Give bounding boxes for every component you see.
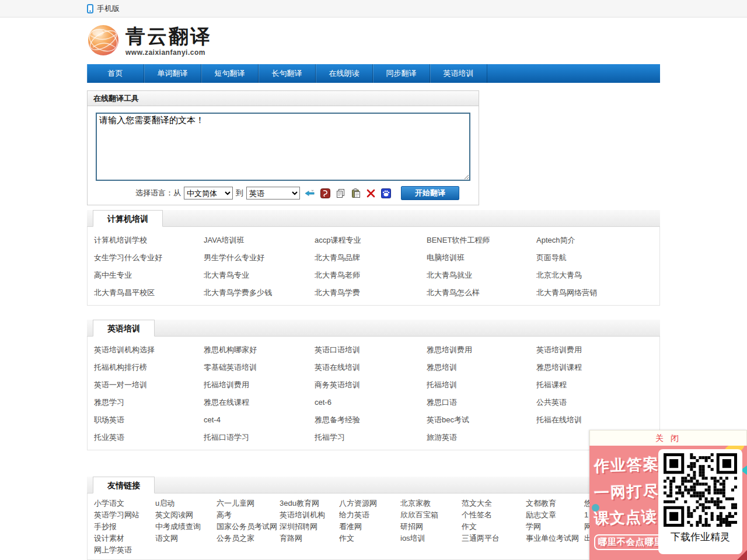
section-link[interactable]: 英语bec考试 <box>427 411 536 429</box>
section-link[interactable]: 雅思培训课程 <box>536 359 659 376</box>
section-link[interactable]: 零基础英语培训 <box>204 359 315 376</box>
section-link[interactable]: 学网 <box>526 521 584 533</box>
section-link[interactable]: 北大青鸟老师 <box>315 267 427 284</box>
section-link[interactable]: 女生学习什么专业好 <box>94 249 204 267</box>
section-link[interactable]: 手抄报 <box>94 521 155 533</box>
section-link[interactable]: JAVA培训班 <box>204 232 315 249</box>
tab-english-training[interactable]: 英语培训 <box>93 320 155 337</box>
section-link[interactable]: 公共英语 <box>536 394 659 411</box>
section-link[interactable]: 北大青鸟学费 <box>315 284 427 302</box>
tab-friend-links[interactable]: 友情链接 <box>93 477 155 494</box>
section-link[interactable]: BENET软件工程师 <box>427 232 536 249</box>
section-link[interactable]: 北大青鸟怎么样 <box>427 284 536 302</box>
section-link[interactable]: Aptech简介 <box>536 232 659 249</box>
section-link[interactable]: u启动 <box>155 498 217 509</box>
section-link[interactable]: 3edu教育网 <box>280 498 339 509</box>
section-link[interactable]: 作文 <box>462 521 526 533</box>
tab-computer-training[interactable]: 计算机培训 <box>93 210 163 227</box>
section-link[interactable]: 北大青鸟网络营销 <box>536 284 659 302</box>
qr-card[interactable]: 下载作业精灵 <box>658 449 742 554</box>
section-link[interactable]: 个性签名 <box>462 509 526 521</box>
section-link[interactable]: 励志文章 <box>526 509 584 521</box>
section-link[interactable]: 英语口语培训 <box>315 341 427 359</box>
section-link[interactable]: 网上学英语 <box>94 544 155 556</box>
section-link[interactable]: 八方资源网 <box>339 498 400 509</box>
section-link[interactable]: 雅思培训费用 <box>427 341 536 359</box>
section-link[interactable]: accp课程专业 <box>315 232 427 249</box>
section-link[interactable]: 雅思在线课程 <box>204 394 315 411</box>
section-link[interactable]: 研招网 <box>400 521 462 533</box>
start-translate-button[interactable]: 开始翻译 <box>401 186 459 200</box>
section-link[interactable]: 托福课程 <box>536 376 659 394</box>
section-link[interactable]: 英文阅读网 <box>155 509 217 521</box>
section-link[interactable]: 英语培训费用 <box>536 341 659 359</box>
section-link[interactable]: 雅思机构哪家好 <box>204 341 315 359</box>
section-link[interactable]: 文都教育 <box>526 498 584 509</box>
section-link[interactable]: ios培训 <box>400 533 462 544</box>
to-language-select[interactable]: 英语 <box>246 187 300 200</box>
section-link[interactable]: 雅思备考经验 <box>315 411 427 429</box>
section-link[interactable]: 给力英语 <box>339 509 400 521</box>
section-link[interactable]: 页面导航 <box>536 249 659 267</box>
section-link[interactable]: 计算机培训学校 <box>94 232 204 249</box>
paste-icon[interactable] <box>350 188 361 198</box>
section-link[interactable]: 国家公务员考试网 <box>217 521 280 533</box>
nav-tab[interactable]: 单词翻译 <box>144 64 201 83</box>
section-link[interactable]: 语文网 <box>155 533 217 544</box>
section-link[interactable]: 英语培训机构选择 <box>94 341 204 359</box>
section-link[interactable]: 托福培训 <box>427 376 536 394</box>
section-link[interactable]: 职场英语 <box>94 411 204 429</box>
site-logo-globe-icon[interactable] <box>87 24 120 59</box>
section-link[interactable]: 作文 <box>339 533 400 544</box>
section-link[interactable]: 事业单位考试网 <box>526 533 584 544</box>
section-link[interactable]: cet-4 <box>204 411 315 429</box>
mobile-version-link[interactable]: 手机版 <box>97 4 120 14</box>
nav-tab[interactable]: 首页 <box>87 64 144 83</box>
section-link[interactable]: 北大青鸟专业 <box>204 267 315 284</box>
section-link[interactable]: 托福在线培训 <box>536 411 659 429</box>
copy-icon[interactable] <box>335 188 345 198</box>
section-link[interactable]: 欣欣百宝箱 <box>400 509 462 521</box>
section-link[interactable]: 托福培训费用 <box>204 376 315 394</box>
section-link[interactable]: 深圳招聘网 <box>280 521 339 533</box>
nav-tab[interactable]: 在线朗读 <box>316 64 373 83</box>
clear-x-icon[interactable] <box>365 188 376 198</box>
nav-tab[interactable]: 同步翻译 <box>373 64 430 83</box>
section-link[interactable]: 范文大全 <box>462 498 526 509</box>
swap-arrows-icon[interactable] <box>305 188 315 198</box>
section-link[interactable]: 托福机构排行榜 <box>94 359 204 376</box>
section-link[interactable]: 北大青鸟品牌 <box>315 249 427 267</box>
section-link[interactable]: 托福学习 <box>315 429 427 446</box>
section-link[interactable]: 看准网 <box>339 521 400 533</box>
section-link[interactable]: 中考成绩查询 <box>155 521 217 533</box>
section-link[interactable]: 公务员之家 <box>217 533 280 544</box>
popup-close-button[interactable]: 关 闭 <box>589 430 747 446</box>
section-link[interactable]: 旅游英语 <box>427 429 536 446</box>
section-link[interactable]: 英语在线培训 <box>315 359 427 376</box>
section-link[interactable]: 雅思学习 <box>94 394 204 411</box>
section-link[interactable]: 雅思口语 <box>427 394 536 411</box>
section-link[interactable]: 高考 <box>217 509 280 521</box>
section-link[interactable]: 北大青鸟就业 <box>427 267 536 284</box>
section-link[interactable]: 商务英语培训 <box>315 376 427 394</box>
nav-tab[interactable]: 英语培训 <box>430 64 487 83</box>
section-link[interactable]: 高中生专业 <box>94 267 204 284</box>
section-link[interactable]: 托业英语 <box>94 429 204 446</box>
section-link[interactable]: 英语一对一培训 <box>94 376 204 394</box>
nav-tab[interactable]: 短句翻译 <box>201 64 259 83</box>
section-link[interactable]: 电脑培训班 <box>427 249 536 267</box>
section-link[interactable]: 英语培训机构 <box>280 509 339 521</box>
translate-badge-icon[interactable] <box>320 188 330 198</box>
from-language-select[interactable]: 中文简体 <box>184 187 233 200</box>
section-link[interactable]: 北京北大青鸟 <box>536 267 659 284</box>
section-link[interactable]: 设计素材 <box>94 533 155 544</box>
section-link[interactable]: 小学语文 <box>94 498 155 509</box>
section-link[interactable]: 三通两平台 <box>462 533 526 544</box>
baidu-paw-icon[interactable] <box>381 188 391 198</box>
nav-tab[interactable]: 长句翻译 <box>259 64 316 83</box>
section-link[interactable]: 英语学习网站 <box>94 509 155 521</box>
section-link[interactable]: 北大青鸟昌平校区 <box>94 284 204 302</box>
section-link[interactable]: 六一儿童网 <box>217 498 280 509</box>
section-link[interactable]: 育路网 <box>280 533 339 544</box>
section-link[interactable]: 托福口语学习 <box>204 429 315 446</box>
